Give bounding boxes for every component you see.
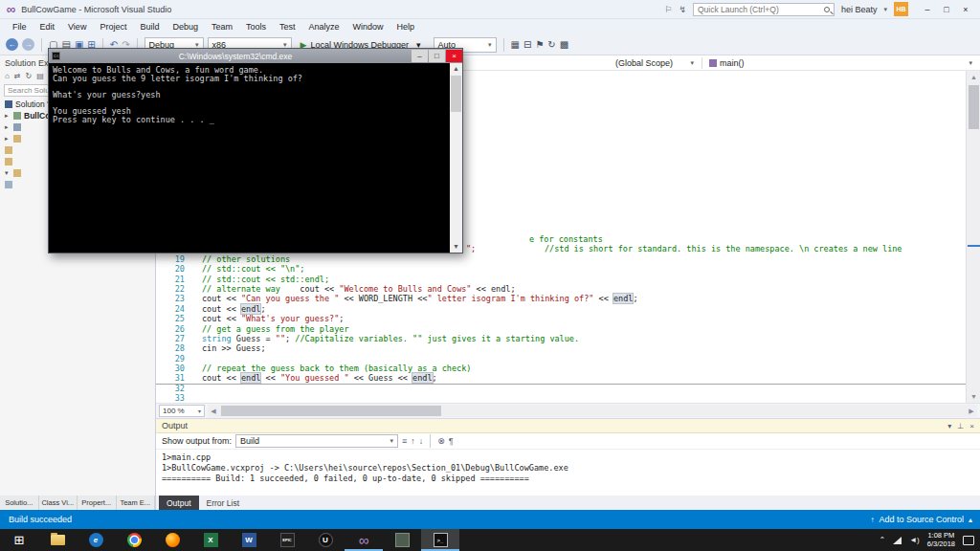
avatar[interactable]: HB bbox=[894, 2, 908, 16]
add-to-source-control-button[interactable]: Add to Source Control bbox=[879, 515, 964, 524]
console-scrollbar[interactable]: ▲ ▼ bbox=[450, 63, 462, 253]
console-maximize-button[interactable]: □ bbox=[429, 50, 445, 62]
scroll-right-icon[interactable]: ▶ bbox=[966, 405, 977, 417]
feedback-icon[interactable]: ⚐ bbox=[664, 5, 672, 14]
scroll-up-icon[interactable]: ▲ bbox=[450, 63, 462, 75]
taskbar-visual-studio-button[interactable]: ∞ bbox=[345, 529, 383, 551]
taskbar-firefox-button[interactable] bbox=[153, 529, 191, 551]
taskbar-utility-app-button[interactable] bbox=[383, 529, 421, 551]
code-line[interactable]: 25cout << "What's your guess?"; bbox=[156, 314, 966, 323]
code-line[interactable]: 33 bbox=[156, 393, 966, 403]
taskbar-unreal-engine-button[interactable]: U bbox=[306, 529, 345, 551]
menu-tools[interactable]: Tools bbox=[239, 22, 273, 32]
close-panel-icon[interactable]: × bbox=[969, 422, 974, 430]
code-line[interactable]: 27string Guess = ""; //Capitalize variab… bbox=[156, 334, 966, 343]
chevron-down-icon[interactable]: ▾ bbox=[947, 422, 951, 430]
editor-horizontal-scrollbar[interactable]: ◀ ▶ bbox=[208, 405, 977, 417]
menu-view[interactable]: View bbox=[61, 22, 93, 32]
tab-error-list[interactable]: Error List bbox=[199, 496, 247, 510]
dock-pin-icon[interactable]: ⊥ bbox=[957, 422, 964, 430]
scroll-up-icon[interactable]: ▲ bbox=[967, 71, 980, 83]
menu-edit[interactable]: Edit bbox=[33, 22, 62, 32]
menu-team[interactable]: Team bbox=[205, 22, 239, 32]
menu-test[interactable]: Test bbox=[273, 22, 302, 32]
menu-file[interactable]: File bbox=[6, 22, 33, 32]
menu-debug[interactable]: Debug bbox=[166, 22, 205, 32]
close-button[interactable]: × bbox=[957, 2, 974, 17]
code-line[interactable]: 21// std::cout << std::endl; bbox=[156, 275, 966, 284]
scroll-left-icon[interactable]: ◀ bbox=[208, 405, 219, 417]
scrollbar-thumb[interactable] bbox=[969, 85, 979, 129]
step-icons[interactable]: ▦ bbox=[511, 38, 520, 52]
taskbar-excel-button[interactable]: X bbox=[191, 529, 230, 551]
scrollbar-thumb[interactable] bbox=[451, 76, 461, 112]
maximize-button[interactable]: □ bbox=[938, 2, 955, 17]
navigate-forward-icon[interactable]: → bbox=[22, 38, 34, 51]
code-line[interactable]: 30// repeat the guess back to them (basi… bbox=[156, 364, 966, 373]
next-message-icon[interactable]: ↓ bbox=[419, 436, 424, 446]
output-text[interactable]: 1>main.cpp1>BullCowGame.vcxproj -> C:\Us… bbox=[156, 450, 980, 484]
taskbar-start-button[interactable]: ⊞ bbox=[0, 529, 38, 551]
console-close-button[interactable]: × bbox=[446, 50, 462, 62]
tab-classvi[interactable]: Class Vi... bbox=[39, 496, 78, 510]
taskbar-word-button[interactable]: W bbox=[230, 529, 268, 551]
home-icon[interactable]: ⌂ bbox=[5, 72, 10, 80]
code-line[interactable]: 24cout << endl; bbox=[156, 304, 966, 314]
tab-teame[interactable]: Team E... bbox=[117, 496, 156, 510]
code-line[interactable]: 31cout << endl << "You guessed " << Gues… bbox=[156, 373, 966, 383]
user-name[interactable]: hei Beaty bbox=[841, 5, 878, 14]
console-minimize-button[interactable]: – bbox=[412, 50, 428, 62]
scope-dropdown[interactable]: (Global Scope) ▾ bbox=[612, 56, 698, 70]
member-dropdown[interactable]: main() ▾ bbox=[705, 56, 976, 70]
code-line[interactable]: 19// other solutions bbox=[156, 254, 966, 264]
taskbar-clock[interactable]: 1:08 PM 6/3/2018 bbox=[927, 532, 955, 548]
notifications-icon[interactable]: ↯ bbox=[679, 5, 686, 14]
hidden-icons-chevron-icon[interactable]: ⌃ bbox=[880, 536, 886, 544]
menu-help[interactable]: Help bbox=[390, 22, 422, 32]
navigate-back-icon[interactable]: ← bbox=[6, 38, 18, 51]
network-icon[interactable] bbox=[893, 537, 902, 544]
menu-window[interactable]: Window bbox=[346, 22, 390, 32]
code-line[interactable]: 28cin >> Guess; bbox=[156, 343, 966, 353]
scroll-down-icon[interactable]: ▼ bbox=[450, 241, 462, 253]
scrollbar-thumb[interactable] bbox=[221, 406, 441, 416]
editor-vertical-scrollbar[interactable]: ▲ ▼ bbox=[966, 71, 980, 403]
diagnostics-icon[interactable]: ⊟ bbox=[523, 38, 531, 52]
code-line[interactable]: 22// alternate way cout << "Welcome to B… bbox=[156, 284, 966, 294]
code-line[interactable]: 20// std::cout << "\n"; bbox=[156, 264, 966, 274]
publish-chevron-icon[interactable]: ▴ bbox=[969, 516, 972, 524]
tab-propert[interactable]: Propert... bbox=[78, 496, 117, 510]
taskbar-epic-games-button[interactable]: EPIC bbox=[268, 529, 306, 551]
switch-views-icon[interactable]: ⇄ bbox=[14, 72, 21, 80]
output-source-dropdown[interactable]: Build ▾ bbox=[235, 434, 398, 448]
code-line[interactable]: 23cout << "Can you guess the " << WORD_L… bbox=[156, 294, 966, 303]
taskbar-chrome-button[interactable] bbox=[115, 529, 153, 551]
refresh-icon[interactable]: ↻ bbox=[26, 72, 33, 80]
taskbar-edge-button[interactable]: e bbox=[77, 529, 115, 551]
scroll-down-icon[interactable]: ▼ bbox=[967, 390, 980, 403]
menu-build[interactable]: Build bbox=[133, 22, 166, 32]
taskbar-cmd-button[interactable]: >_ bbox=[421, 529, 459, 551]
refresh-icon[interactable]: ↻ bbox=[547, 38, 555, 52]
code-line[interactable]: 26// get a guess from the player bbox=[156, 324, 966, 334]
volume-icon[interactable]: ◄) bbox=[909, 536, 920, 544]
code-line[interactable]: 29 bbox=[156, 354, 966, 364]
menu-analyze[interactable]: Analyze bbox=[302, 22, 346, 32]
output-panel-header[interactable]: Output ▾ ⊥ × bbox=[156, 419, 980, 433]
taskbar-file-explorer-button[interactable] bbox=[38, 529, 77, 551]
menu-project[interactable]: Project bbox=[93, 22, 133, 32]
console-title-bar[interactable]: C:\ C:\Windows\system32\cmd.exe – □ × bbox=[49, 49, 462, 63]
previous-message-icon[interactable]: ↑ bbox=[411, 436, 415, 446]
tab-output[interactable]: Output bbox=[159, 496, 199, 510]
clear-all-icon[interactable]: ⊗ bbox=[437, 436, 445, 446]
action-center-icon[interactable] bbox=[963, 536, 974, 545]
comment-icon[interactable]: ▩ bbox=[560, 38, 568, 52]
tab-solutio[interactable]: Solutio... bbox=[0, 496, 39, 510]
bookmark-icon[interactable]: ⚑ bbox=[535, 38, 544, 52]
zoom-dropdown[interactable]: 100 % ▾ bbox=[159, 405, 205, 417]
word-wrap-icon[interactable]: ¶ bbox=[449, 436, 454, 446]
minimize-button[interactable]: – bbox=[919, 2, 936, 17]
code-line[interactable]: 32 bbox=[156, 384, 966, 393]
collapse-all-icon[interactable]: ▤ bbox=[36, 72, 44, 80]
quick-launch-input[interactable]: Quick Launch (Ctrl+Q) bbox=[693, 3, 835, 16]
